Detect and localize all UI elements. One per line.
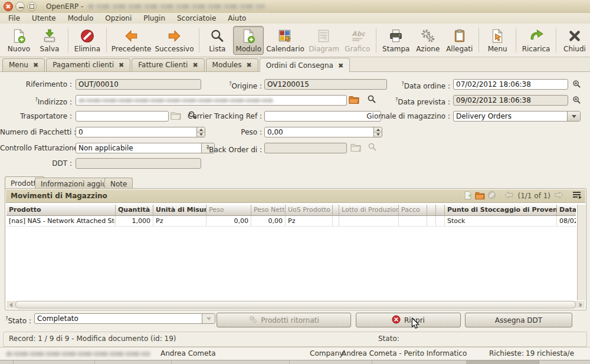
- toolbar-button-salva[interactable]: Salva: [35, 26, 64, 55]
- indirizzo-label: ?Indirizzo :: [0, 96, 72, 105]
- tab-pagamenti-clienti[interactable]: Pagamenti clienti ✖: [46, 58, 130, 71]
- menu-utente[interactable]: Utente: [26, 14, 62, 22]
- dropdown-arrow-icon-disabled: [202, 314, 215, 323]
- graph-icon: Abc: [350, 28, 365, 44]
- tab-close-icon[interactable]: ✖: [338, 62, 343, 70]
- scroll-left-icon[interactable]: [6, 301, 15, 309]
- user-name: Andrea Cometa: [160, 349, 216, 358]
- window-close-icon[interactable]: [4, 2, 13, 11]
- column-header-uos-prodotto[interactable]: UoS Prodotto: [286, 205, 333, 215]
- tab-modules[interactable]: Modules ✖: [206, 58, 258, 71]
- menu-document-icon: [490, 28, 505, 44]
- toolbar-button-successivo[interactable]: Successivo: [153, 26, 195, 55]
- cell-quantita[interactable]: 1,000: [116, 216, 153, 226]
- indirizzo-field[interactable]: [76, 95, 347, 106]
- column-header-pacco[interactable]: Pacco: [399, 205, 427, 215]
- cell-unita-di-misura[interactable]: Pz: [153, 216, 206, 226]
- spinner-control[interactable]: [373, 127, 382, 137]
- cell-peso[interactable]: 0,00: [206, 216, 251, 226]
- menu-scorciatoie[interactable]: Scorciatoie: [171, 14, 222, 22]
- toolbar-button-calendario[interactable]: Calendario: [265, 26, 306, 55]
- menu-aiuto[interactable]: Aiuto: [222, 14, 252, 22]
- trasportatore-label: Trasportatore :: [0, 112, 72, 121]
- open-row-folder-icon[interactable]: [475, 191, 485, 201]
- taskbar-segment: [372, 360, 372, 364]
- column-header-unita-di-misura[interactable]: Unità di Misura: [153, 205, 206, 215]
- toolbar-button-precedente[interactable]: Precedente: [110, 26, 153, 55]
- peso-label: Peso :: [191, 127, 262, 137]
- toolbar-button-lista[interactable]: Lista: [202, 26, 232, 55]
- column-header-data[interactable]: Data: [557, 205, 576, 215]
- toolbar-button-allegati[interactable]: Allegati: [444, 26, 475, 55]
- cell-data[interactable]: 08/02,: [557, 216, 576, 226]
- toolbar-separator: [478, 28, 479, 53]
- assegna-ddt-button[interactable]: Assegna DDT: [465, 313, 572, 327]
- toolbar-button-nuovo[interactable]: Nuovo: [4, 26, 34, 55]
- numero-pacchetti-field[interactable]: 0: [76, 127, 205, 137]
- tab-close-icon[interactable]: ✖: [33, 61, 38, 69]
- open-resource-folder-icon[interactable]: [349, 94, 359, 104]
- open-resource-folder-icon-disabled: [171, 110, 181, 120]
- menu-file[interactable]: File: [2, 14, 26, 22]
- origine-label: ?Origine :: [191, 80, 262, 89]
- tab-menu[interactable]: Menu ✖: [2, 58, 45, 71]
- toolbar-button-ricarica[interactable]: Ricarica: [520, 26, 552, 55]
- column-header-peso[interactable]: Peso: [206, 205, 251, 215]
- vertical-scrollbar[interactable]: [577, 205, 585, 300]
- controllo-fatturazione-value: Non applicabile: [78, 144, 133, 152]
- spin-down-icon[interactable]: [374, 133, 382, 137]
- data-ordine-field[interactable]: 07/02/2012 18:06:38: [453, 79, 568, 90]
- cell-pacco[interactable]: [399, 216, 427, 226]
- cell-peso-netto[interactable]: 0,00: [251, 216, 286, 226]
- toolbar-button-stampa[interactable]: Stampa: [380, 26, 412, 55]
- window-maximize-icon[interactable]: [27, 2, 37, 11]
- column-header-punto-di-stoccaggio[interactable]: Punto di Stoccaggio di Provenienza: [445, 205, 557, 215]
- cell-punto-di-stoccaggio[interactable]: Stock: [445, 216, 557, 226]
- switch-view-icon[interactable]: [572, 191, 582, 201]
- date-zoom-icon[interactable]: [571, 95, 582, 104]
- trasportatore-field[interactable]: [76, 111, 169, 122]
- column-header-prodotto[interactable]: Prodotto: [6, 205, 116, 215]
- stato-combo[interactable]: Completato: [34, 313, 215, 324]
- spacer-cell: [333, 216, 339, 226]
- window-minimize-icon[interactable]: [15, 2, 25, 11]
- tab-ordini-di-consegna[interactable]: Ordini di Consegna ✖: [260, 58, 350, 72]
- diagram-icon: [316, 28, 332, 44]
- cell-uos-prodotto[interactable]: Pz: [286, 216, 333, 226]
- tab-fatture-clienti[interactable]: Fatture Clienti ✖: [132, 58, 204, 71]
- search-record-icon-disabled: [367, 142, 378, 152]
- toolbar-button-label: Salva: [40, 45, 60, 53]
- cell-lotto-di-produzione[interactable]: [339, 216, 399, 226]
- menu-plugin[interactable]: Plugin: [137, 14, 171, 22]
- column-header-peso-netto[interactable]: Peso Netto: [251, 205, 286, 215]
- cell-prodotto[interactable]: [nas] NAS - Network Attached Storage: [6, 216, 116, 226]
- tab-label: Fatture Clienti: [138, 61, 188, 69]
- notebook-tab-note[interactable]: Note: [104, 178, 133, 189]
- column-header-quantita[interactable]: Quantità: [116, 205, 153, 215]
- spin-up-icon[interactable]: [374, 127, 382, 133]
- scroll-right-icon[interactable]: [576, 301, 585, 309]
- toolbar-button-menu[interactable]: Menu: [483, 26, 512, 55]
- toolbar-button-azione[interactable]: Azione: [413, 26, 442, 55]
- new-row-icon[interactable]: [463, 191, 473, 202]
- toolbar-button-modulo[interactable]: Modulo: [233, 26, 264, 55]
- horizontal-scrollbar[interactable]: [6, 301, 585, 309]
- table-row[interactable]: [nas] NAS - Network Attached Storage 1,0…: [6, 216, 576, 227]
- tab-close-icon[interactable]: ✖: [246, 61, 251, 69]
- riapri-button[interactable]: Riapri: [356, 313, 461, 327]
- giornale-magazzino-combo[interactable]: Delivery Orders: [453, 111, 581, 122]
- toolbar-button-elimina[interactable]: Elimina: [72, 26, 103, 55]
- dropdown-arrow-icon[interactable]: [567, 112, 580, 121]
- list-search-icon: [209, 28, 225, 44]
- record-status-text: Record: 1 / 9 di 9 - Modifica documento …: [9, 335, 176, 343]
- scrollbar-handle[interactable]: [15, 301, 576, 309]
- toolbar-button-chiudi[interactable]: Chiudi: [560, 26, 589, 55]
- tab-close-icon[interactable]: ✖: [119, 61, 124, 69]
- column-header-lotto-di-produzione[interactable]: Lotto di Produzione: [339, 205, 399, 215]
- menu-modulo[interactable]: Modulo: [62, 14, 100, 22]
- peso-field[interactable]: 0,00: [264, 127, 382, 137]
- menu-opzioni[interactable]: Opzioni: [99, 14, 137, 22]
- date-zoom-icon[interactable]: [571, 79, 582, 88]
- giornale-magazzino-value: Delivery Orders: [456, 112, 512, 120]
- tab-close-icon[interactable]: ✖: [192, 61, 198, 69]
